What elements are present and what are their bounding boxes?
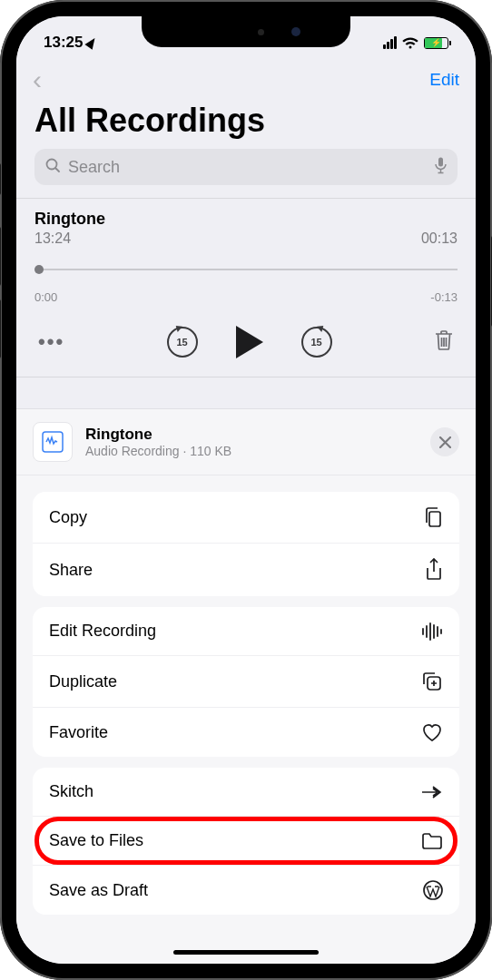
share-icon (425, 558, 443, 582)
play-button[interactable] (236, 326, 263, 358)
action-edit-recording[interactable]: Edit Recording (33, 607, 459, 656)
sheet-header: Ringtone Audio Recording · 110 KB (16, 409, 476, 475)
copy-icon (423, 506, 443, 528)
search-placeholder: Search (68, 158, 428, 177)
remaining-time: -0:13 (430, 290, 458, 304)
recording-duration: 00:13 (421, 230, 458, 247)
more-button[interactable]: ••• (38, 330, 64, 354)
page-title: All Recordings (16, 102, 476, 149)
recording-item[interactable]: Ringtone 13:24 00:13 0:00 -0:13 ••• 15 1… (16, 199, 476, 377)
action-save-to-files[interactable]: Save to Files (33, 817, 459, 866)
notch (142, 16, 350, 47)
edit-button[interactable]: Edit (429, 70, 459, 90)
svg-line-1 (56, 168, 60, 172)
home-indicator[interactable] (173, 950, 319, 955)
sheet-file-meta: Audio Recording · 110 KB (85, 444, 418, 458)
search-icon (45, 158, 61, 177)
screen: 13:25 ⚡ ‹ Edit All Recordings (16, 16, 476, 964)
close-button[interactable] (430, 427, 459, 456)
phone-frame: 13:25 ⚡ ‹ Edit All Recordings (0, 0, 492, 980)
heart-icon (421, 722, 443, 742)
svg-rect-2 (438, 157, 443, 166)
svg-rect-6 (429, 512, 440, 526)
svg-point-0 (47, 159, 57, 169)
trash-button[interactable] (434, 329, 454, 355)
skip-back-button[interactable]: 15 (167, 327, 198, 358)
file-thumbnail (33, 422, 73, 462)
wifi-icon (402, 37, 418, 49)
battery-icon: ⚡ (424, 37, 448, 49)
location-icon (85, 35, 99, 50)
recording-timestamp: 13:24 (34, 230, 71, 247)
sheet-file-name: Ringtone (85, 426, 418, 444)
action-share[interactable]: Share (33, 544, 459, 596)
signal-icon (383, 36, 397, 49)
nav-bar: ‹ Edit (16, 58, 476, 102)
back-button[interactable]: ‹ (33, 64, 42, 95)
scrubber-thumb[interactable] (34, 265, 44, 274)
status-time: 13:25 (44, 34, 83, 52)
waveform-icon (421, 622, 443, 641)
action-copy[interactable]: Copy (33, 492, 459, 544)
action-favorite[interactable]: Favorite (33, 708, 459, 757)
duplicate-icon (421, 671, 443, 692)
folder-icon (421, 832, 443, 850)
skip-forward-button[interactable]: 15 (301, 327, 332, 358)
share-sheet: Ringtone Audio Recording · 110 KB Copy (16, 408, 476, 964)
action-save-as-draft[interactable]: Save as Draft (33, 866, 459, 915)
wordpress-icon (423, 880, 443, 900)
search-input[interactable]: Search (34, 149, 458, 185)
scrubber[interactable] (34, 261, 458, 287)
mic-icon[interactable] (435, 157, 447, 178)
skitch-icon (421, 784, 443, 800)
action-duplicate[interactable]: Duplicate (33, 656, 459, 708)
elapsed-time: 0:00 (34, 290, 57, 304)
action-skitch[interactable]: Skitch (33, 768, 459, 817)
recording-title: Ringtone (34, 210, 458, 229)
